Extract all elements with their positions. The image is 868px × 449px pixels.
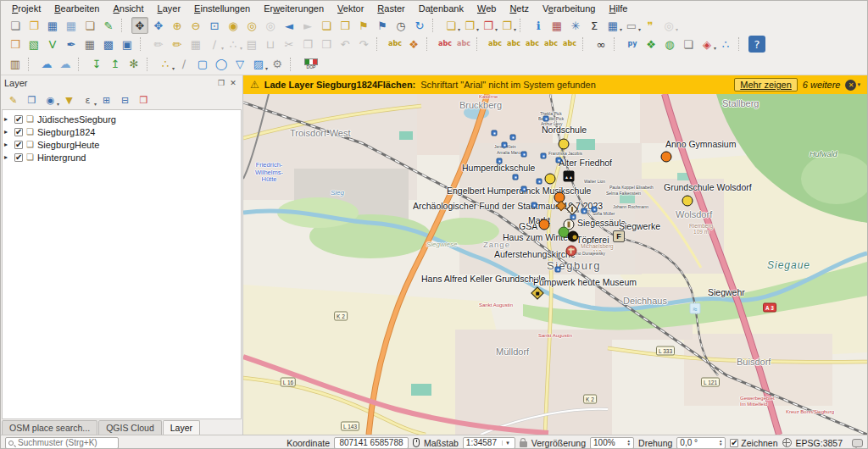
refresh-map-icon[interactable]: ↻ [411, 17, 428, 34]
locator-search[interactable] [5, 437, 119, 449]
vertex-tool-icon[interactable]: ∴▾ [225, 36, 242, 53]
filter-by-expression-icon[interactable]: ε▾ [80, 92, 96, 108]
layer-item-hintergrund[interactable]: ▸❏Hintergrund [4, 151, 239, 164]
layer-name[interactable]: SiegburgHeute [37, 140, 99, 150]
expand-arrow-icon[interactable]: ▸ [4, 153, 11, 161]
stolperstein-13-marker[interactable] [581, 208, 587, 214]
zoom-last-icon[interactable]: ◄ [281, 17, 298, 34]
digitize-rectangle-icon[interactable]: ▢ [194, 56, 211, 73]
humperdickschule-marker[interactable] [545, 174, 556, 185]
layer-name[interactable]: Siegburg1824 [37, 127, 96, 137]
menu-raster[interactable]: Raster [371, 3, 410, 14]
pin-unpin-labels-icon[interactable]: abc [487, 36, 504, 53]
zoom-native-resolution-icon[interactable]: ◎ [262, 17, 279, 34]
scale-combobox[interactable]: 1:34587▼ [463, 437, 515, 449]
close-message-button[interactable]: ✕ ▾ [845, 80, 860, 91]
layer-item-j-dischessiegburg[interactable]: ▸❏JüdischesSiegburg [4, 113, 239, 125]
remove-layer-icon[interactable]: ❒ [136, 92, 152, 108]
processing-toolbox-icon[interactable]: ✳ [567, 17, 584, 34]
manage-map-themes-icon[interactable]: ◉▾ [42, 92, 58, 108]
geocoder-tool-icon[interactable]: ◈▾ [698, 36, 715, 53]
data-source-manager-icon[interactable]: ❒ [7, 36, 24, 53]
search-input[interactable] [16, 437, 109, 448]
delete-selected-icon[interactable]: ⊔ [262, 36, 279, 53]
current-edits-icon[interactable]: ✏ [150, 36, 167, 53]
messages-log-icon[interactable] [852, 439, 863, 447]
map-tips-icon[interactable]: ❞ [642, 17, 659, 34]
select-all-features-icon[interactable]: ❐▾ [498, 17, 515, 34]
add-group-icon[interactable]: ❒ [24, 92, 40, 108]
new-map-view-icon[interactable]: ❏ [318, 17, 335, 34]
stolperstein-12-marker[interactable] [531, 202, 537, 208]
qgiscloud-login-icon[interactable]: ☁ [38, 56, 55, 73]
show-more-button[interactable]: Mehr zeigen [734, 78, 798, 91]
menu-hilfe[interactable]: Hilfe [603, 3, 633, 14]
new-project-icon[interactable]: ❏ [7, 17, 24, 34]
layer-name[interactable]: Hintergrund [37, 152, 86, 163]
render-checkbox[interactable] [730, 439, 738, 447]
stolperstein-16-marker[interactable] [555, 267, 561, 273]
save-layer-edits-icon[interactable]: ▦ [187, 36, 204, 53]
globe-plugin-icon[interactable]: ◍ [661, 36, 678, 53]
filter-legend-icon[interactable]: ▼ [61, 92, 77, 108]
stolperstein-8-marker[interactable] [556, 158, 562, 164]
qgiscloud-upload-icon[interactable]: ☁ [57, 56, 74, 73]
stolperstein-1-marker[interactable] [543, 116, 549, 122]
stolperstein-6-marker[interactable] [497, 158, 503, 164]
collapse-all-icon[interactable]: ⊟ [117, 92, 133, 108]
add-postgis-layer-icon[interactable]: ▦ [81, 36, 98, 53]
menu-erweiterungen[interactable]: Erweiterungen [258, 3, 330, 14]
digitize-with-segment-icon[interactable]: ∕▾ [206, 36, 223, 53]
close-panel-icon[interactable]: ✕ [227, 77, 239, 89]
deselect-features-icon[interactable]: ❐▾ [480, 17, 497, 34]
crs-value[interactable]: EPSG:3857 [796, 438, 843, 448]
show-spatial-bookmarks-icon[interactable]: ⚑ [374, 17, 391, 34]
lock-scale-icon[interactable] [520, 441, 527, 447]
attribute-table-icon[interactable]: ▦▾ [604, 17, 621, 34]
float-panel-icon[interactable]: ❐ [215, 77, 227, 89]
osm-place-search-tool-icon[interactable]: ∞ [593, 36, 609, 53]
coordinate-field[interactable]: 807141 6585788 [334, 437, 409, 449]
stolperstein-9-marker[interactable] [513, 175, 519, 180]
zoom-next-icon[interactable]: ► [299, 17, 316, 34]
stolperstein-11-marker[interactable] [521, 186, 527, 192]
menu-datenbank[interactable]: Datenbank [413, 3, 470, 14]
layout-manager-icon[interactable]: ❏ [81, 17, 98, 34]
nordschule-marker[interactable] [559, 139, 570, 150]
identify-features-icon[interactable]: ℹ [530, 17, 547, 34]
menu-web[interactable]: Web [471, 3, 502, 14]
stolperstein-7-marker[interactable] [541, 153, 547, 159]
add-spatialite-layer-icon[interactable]: ✒ [63, 36, 80, 53]
render-checkbox-group[interactable]: Zeichnen [730, 438, 777, 448]
digitize-polygon-icon[interactable]: ▽ [231, 56, 248, 73]
python-console-icon[interactable]: py [624, 36, 641, 53]
magnifier-spinbox[interactable]: 100%▲▼ [590, 437, 634, 449]
auferstehungskirche-marker[interactable] [566, 246, 577, 257]
tab-layer[interactable]: Layer [163, 420, 200, 435]
menu-netz[interactable]: Netz [504, 3, 535, 14]
stolperstein-10-marker[interactable] [537, 179, 542, 185]
pan-to-selection-icon[interactable]: ✥ [150, 17, 167, 34]
dop-tool-icon[interactable]: DOP [300, 56, 322, 73]
menu-ansicht[interactable]: Ansicht [107, 3, 149, 14]
zoom-in-icon[interactable]: ⊕ [169, 17, 186, 34]
log-viewer-icon[interactable]: ❏ [680, 36, 697, 53]
open-layer-styling-panel-icon[interactable]: ✎ [5, 92, 21, 108]
grundschule-wolsdorf-marker[interactable] [682, 196, 693, 207]
map-canvas[interactable]: Troisdorf-WestBruckbergStallbergKaserneF… [243, 94, 867, 435]
move-label-icon[interactable]: abc [524, 36, 541, 53]
undo-icon[interactable]: ↶ [337, 36, 353, 53]
project-tools-icon[interactable]: ✻ [125, 56, 142, 73]
layer-item-siegburgheute[interactable]: ▸❏SiegburgHeute [4, 138, 239, 151]
tab-qgis-cloud[interactable]: QGIS Cloud [98, 420, 162, 435]
zoom-to-selection-icon[interactable]: ◉ [225, 17, 242, 34]
add-vector-layer-icon[interactable]: V [44, 36, 61, 53]
save-project-as-icon[interactable]: ▦ [63, 17, 80, 34]
show-hidden-labels-icon[interactable]: abc [505, 36, 522, 53]
expand-arrow-icon[interactable]: ▸ [4, 128, 11, 136]
layer-checkbox[interactable] [14, 115, 23, 124]
topology-tool-icon[interactable]: ∴ [717, 36, 734, 53]
spinner-arrows-icon[interactable]: ▲▼ [627, 440, 631, 446]
new-3d-map-view-icon[interactable]: ❒ [337, 17, 353, 34]
layer-checkbox[interactable] [14, 153, 23, 162]
